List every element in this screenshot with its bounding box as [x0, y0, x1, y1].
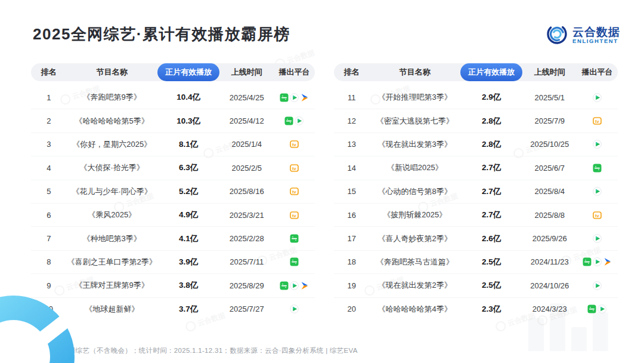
- tencent-video-icon: [593, 140, 602, 149]
- rank-cell: 14: [334, 164, 370, 173]
- header-show-name: 节目名称: [370, 67, 460, 78]
- plays-cell: 3.7亿: [157, 304, 220, 315]
- watermark-ring-icon: [184, 320, 197, 333]
- plays-cell: 2.8亿: [460, 116, 523, 127]
- platform-cell: [577, 187, 618, 196]
- rank-cell: 8: [31, 257, 67, 266]
- rank-cell: 7: [31, 234, 67, 243]
- plays-cell: 10.4亿: [157, 92, 220, 103]
- rank-cell: 12: [334, 116, 370, 125]
- date-cell: 2025/4/25: [220, 93, 274, 102]
- platform-cell: [274, 93, 315, 102]
- table-row: 20《哈哈哈哈哈第4季》2.3亿2024/3/23: [334, 298, 618, 321]
- platform-cell: [577, 281, 618, 290]
- date-cell: 2025/2/28: [220, 234, 274, 243]
- date-cell: 2025/7/9: [523, 116, 577, 125]
- platform-cell: tv: [274, 140, 315, 149]
- show-name-cell: 《喜剧之王单口季第2季》: [67, 257, 157, 267]
- date-cell: 2024/10/26: [523, 281, 577, 290]
- iqiyi-icon: [583, 257, 592, 266]
- svg-text:tv: tv: [595, 213, 599, 218]
- plays-cell: 2.8亿: [460, 139, 523, 150]
- date-cell: 2025/7/27: [220, 304, 274, 313]
- plays-cell: 10.3亿: [157, 116, 220, 127]
- show-name-cell: 《现在就出发第3季》: [370, 139, 460, 150]
- plays-cell: 2.5亿: [460, 257, 523, 267]
- plays-cell: 4.1亿: [157, 233, 220, 244]
- table-body-right: 11《开始推理吧第3季》2.9亿2025/5/112《密室大逃脱第七季》2.8亿…: [334, 86, 618, 321]
- iqiyi-icon: [290, 234, 299, 243]
- iqiyi-icon: [593, 164, 602, 173]
- mango-tv-icon: tv: [290, 187, 299, 196]
- svg-text:tv: tv: [292, 189, 296, 195]
- plays-cell: 2.3亿: [460, 304, 523, 315]
- rank-cell: 9: [31, 281, 67, 290]
- date-cell: 2025/8/29: [220, 281, 274, 290]
- ranking-tables: 排名 节目名称 正片有效播放 上线时间 播出平台 1《奔跑吧第9季》10.4亿2…: [31, 63, 618, 321]
- header-rank: 排名: [31, 67, 67, 78]
- header-rank: 排名: [334, 67, 370, 78]
- date-cell: 2025/5/1: [523, 93, 577, 102]
- platform-cell: tv: [274, 211, 315, 220]
- table-row: 12《密室大逃脱第七季》2.8亿2025/7/9tv: [334, 109, 618, 133]
- table-header: 排名 节目名称 正片有效播放 上线时间 播出平台: [31, 63, 315, 81]
- iqiyi-icon: [587, 304, 596, 313]
- rank-cell: 17: [334, 234, 370, 243]
- date-cell: 2025/7/11: [220, 257, 274, 266]
- rank-cell: 5: [31, 187, 67, 196]
- tencent-video-icon: [593, 187, 602, 196]
- show-name-cell: 《喜人奇妙夜第2季》: [370, 233, 460, 244]
- platform-cell: [577, 164, 618, 173]
- date-cell: 2024/11/23: [523, 257, 577, 266]
- header-platform: 播出平台: [274, 67, 315, 78]
- table-row: 2《哈哈哈哈哈第5季》10.3亿2025/4/12: [31, 109, 315, 133]
- mango-tv-icon: tv: [290, 211, 299, 220]
- table-row: 14《新说唱2025》2.7亿2025/6/7: [334, 156, 618, 180]
- show-name-cell: 《王牌对王牌第9季》: [67, 280, 157, 291]
- show-name-cell: 《现在就出发第2季》: [370, 280, 460, 291]
- header-launch-date: 上线时间: [523, 67, 577, 78]
- table-row: 6《乘风2025》4.9亿2025/3/21tv: [31, 204, 315, 227]
- platform-cell: tv: [274, 187, 315, 196]
- header-plays: 正片有效播放: [460, 63, 523, 81]
- rank-cell: 15: [334, 187, 370, 196]
- mango-tv-icon: tv: [593, 116, 602, 125]
- platform-cell: [274, 116, 315, 125]
- show-name-cell: 《大侦探·拾光季》: [67, 162, 157, 173]
- rank-cell: 1: [31, 93, 67, 102]
- date-cell: 2025/8/8: [523, 211, 577, 220]
- platform-cell: [577, 140, 618, 149]
- platform-cell: tv: [577, 116, 618, 125]
- show-name-cell: 《奔跑吧第9季》: [67, 92, 157, 103]
- platform-cell: [577, 93, 618, 102]
- show-name-cell: 《地球超新鲜》: [67, 304, 157, 315]
- watermark-ring-icon: [494, 320, 507, 333]
- plays-cell: 4.9亿: [157, 210, 220, 220]
- table-row: 16《披荆斩棘2025》2.7亿2025/8/8tv: [334, 204, 618, 227]
- date-cell: 2025/10/25: [523, 140, 577, 149]
- table-row: 8《喜剧之王单口季第2季》3.9亿2025/7/11: [31, 251, 315, 274]
- rank-table-left: 排名 节目名称 正片有效播放 上线时间 播出平台 1《奔跑吧第9季》10.4亿2…: [31, 63, 315, 321]
- date-cell: 2025/6/7: [523, 164, 577, 173]
- header-show-name: 节目名称: [67, 67, 157, 78]
- date-cell: 2025/2/5: [220, 164, 274, 173]
- iqiyi-icon: [284, 116, 293, 125]
- table-row: 4《大侦探·拾光季》6.3亿2025/2/5tv: [31, 156, 315, 180]
- mango-tv-icon: tv: [290, 164, 299, 173]
- platform-cell: tv: [577, 211, 618, 220]
- platform-cell: [274, 304, 315, 313]
- rank-cell: 2: [31, 116, 67, 125]
- page-title: 2025全网综艺·累计有效播放霸屏榜: [33, 24, 290, 45]
- show-name-cell: 《新说唱2025》: [370, 162, 460, 173]
- tencent-video-icon: [593, 93, 602, 102]
- plays-cell: 6.3亿: [157, 162, 220, 173]
- svg-text:tv: tv: [292, 142, 296, 147]
- date-cell: 2025/1/4: [220, 140, 274, 149]
- table-row: 18《奔跑吧茶马古道篇》2.5亿2024/11/23: [334, 251, 618, 274]
- date-cell: 2025/4/12: [220, 116, 274, 125]
- show-name-cell: 《种地吧第3季》: [67, 233, 157, 244]
- tencent-video-icon: [290, 304, 299, 313]
- plays-cell: 3.9亿: [157, 257, 220, 267]
- plays-cell: 2.7亿: [460, 210, 523, 220]
- iqiyi-icon: [280, 93, 289, 102]
